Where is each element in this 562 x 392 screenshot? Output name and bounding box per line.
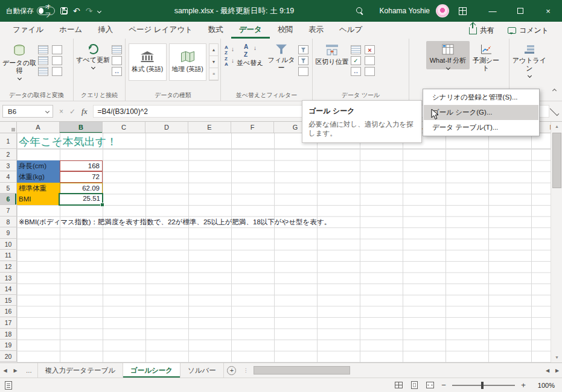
row-header-14[interactable]: 14 [0, 283, 17, 295]
zoom-in-button[interactable]: + [520, 381, 527, 390]
avatar[interactable] [436, 4, 449, 17]
edit-links-icon[interactable] [112, 67, 122, 76]
scroll-left-icon[interactable]: ◀ [543, 363, 552, 378]
view-page-layout-button[interactable] [409, 381, 420, 390]
vertical-scroll-thumb[interactable] [552, 133, 561, 188]
view-normal-button[interactable] [393, 381, 404, 390]
column-header-E[interactable]: E [188, 122, 231, 133]
add-sheet-button[interactable]: + [224, 363, 240, 378]
cell-a8[interactable]: ※BMI(ボディマス指数)：肥満度を表す指数で、22が標準、25以上が肥満、18… [19, 217, 331, 228]
row-header-8[interactable]: 8 [0, 217, 17, 228]
row-header-4[interactable]: 4 [0, 171, 17, 183]
row-header-10[interactable]: 10 [0, 239, 17, 250]
autosave-switch-icon[interactable]: オフ [37, 7, 55, 15]
get-data-button[interactable]: データの取得 [2, 41, 37, 80]
outline-button[interactable]: アウトライン [511, 41, 548, 77]
column-header-C[interactable]: C [103, 122, 145, 133]
ribbon-tab-2[interactable]: ホーム [51, 22, 90, 39]
sort-button[interactable]: ↓ 並べ替え [234, 41, 266, 67]
minimize-button[interactable]: — [479, 0, 506, 22]
row-header-16[interactable]: 16 [0, 306, 17, 317]
manage-data-model-icon[interactable] [365, 67, 375, 76]
cell-a6[interactable]: BMI [17, 194, 60, 205]
forecast-sheet-button[interactable]: 予測シート [470, 41, 502, 72]
formula-bar-expand-chevron-icon[interactable] [550, 107, 560, 116]
existing-connections-icon[interactable] [38, 67, 48, 76]
zoom-slider-thumb[interactable] [481, 382, 484, 389]
row-header-12[interactable]: 12 [0, 261, 17, 273]
cell-a4[interactable]: 体重(kg) [17, 171, 60, 183]
zoom-out-button[interactable]: − [440, 381, 447, 390]
column-header-D[interactable]: D [145, 122, 188, 133]
search-icon[interactable] [356, 7, 364, 15]
cell-a5[interactable]: 標準体重 [17, 183, 60, 194]
select-all-corner[interactable] [0, 122, 17, 133]
ribbon-tab-5[interactable]: 数式 [200, 22, 231, 39]
maximize-button[interactable] [506, 0, 534, 22]
relationships-icon[interactable] [351, 67, 361, 76]
row-header-20[interactable]: 20 [0, 351, 17, 362]
flash-fill-icon[interactable] [351, 45, 361, 54]
status-page-icon[interactable] [5, 381, 12, 390]
scroll-right-icon[interactable]: ▶ [552, 363, 562, 378]
row-header-5[interactable]: 5 [0, 183, 17, 194]
column-header-A[interactable]: A [17, 122, 60, 133]
undo-icon[interactable]: ↶ [73, 0, 80, 22]
from-table-range-icon[interactable] [38, 56, 48, 65]
sheet-tab-3[interactable]: ソルバー [180, 363, 224, 378]
comments-button[interactable]: コメント [503, 24, 554, 37]
row-header-18[interactable]: 18 [0, 329, 17, 340]
recent-sources-icon[interactable] [52, 56, 62, 65]
column-header-B[interactable]: B [60, 122, 103, 133]
from-picture-icon[interactable] [52, 67, 62, 76]
cell-b6[interactable]: 25.51 [60, 194, 103, 205]
gallery-down-icon[interactable]: ▼ [209, 56, 218, 68]
horizontal-scroll-thumb[interactable] [254, 366, 350, 375]
properties-icon[interactable] [112, 56, 122, 65]
name-box[interactable]: B6 [2, 105, 53, 118]
ribbon-tab-4[interactable]: ページ レイアウト [121, 22, 200, 39]
row-header-1[interactable]: 1 [0, 133, 17, 149]
cancel-icon[interactable]: × [59, 107, 63, 116]
row-header-9[interactable]: 9 [0, 227, 17, 239]
text-to-columns-button[interactable]: 区切り位置 [315, 41, 350, 66]
refresh-all-button[interactable]: すべて更新 [75, 41, 110, 69]
row-header-2[interactable]: 2 [0, 149, 17, 160]
collapse-ribbon-chevron-icon[interactable] [552, 89, 557, 93]
sheet-nav-right-icon[interactable]: ▶ [10, 363, 21, 378]
sheet-tab-2[interactable]: ゴールシーク [123, 363, 180, 378]
vertical-scrollbar[interactable]: ▲ ▼ [551, 122, 562, 362]
column-header-F[interactable]: F [231, 122, 274, 133]
ribbon-tab-9[interactable]: ヘルプ [331, 22, 370, 39]
whatif-menu-item-3[interactable]: データ テーブル(T)... [424, 120, 538, 135]
qat-more-chevron-icon[interactable] [97, 8, 101, 13]
cell-a1[interactable]: 今年こそ本気出す！ [19, 134, 117, 149]
row-header-7[interactable]: 7 [0, 205, 17, 217]
horizontal-scrollbar[interactable] [251, 365, 541, 375]
scroll-down-icon[interactable]: ▼ [551, 353, 562, 362]
queries-connections-icon[interactable] [112, 45, 122, 54]
from-web-icon[interactable] [52, 45, 62, 54]
advanced-filter-icon[interactable] [298, 67, 308, 76]
filter-button[interactable]: フィルター [266, 41, 297, 72]
worksheet-cells[interactable]: 今年こそ本気出す！ 身長(cm) 体重(kg) 標準体重 BMI 168 72 … [17, 133, 551, 362]
ribbon-tab-6[interactable]: データ [231, 22, 270, 39]
sort-ascending-icon[interactable]: ↓ [224, 45, 234, 55]
whatif-menu-item-1[interactable]: シナリオの登録と管理(S)... [424, 90, 538, 105]
zoom-level[interactable]: 100% [532, 382, 555, 389]
view-page-break-button[interactable] [424, 381, 435, 390]
reapply-filter-icon[interactable] [298, 56, 308, 65]
cell-b3[interactable]: 168 [60, 160, 103, 172]
tab-scrollbar-divider[interactable]: ⋮ [244, 363, 247, 378]
what-if-analysis-button[interactable]: What-If 分析 [426, 41, 470, 69]
data-validation-icon[interactable] [351, 56, 361, 65]
gallery-up-icon[interactable]: ▲ [209, 44, 218, 56]
insert-function-icon[interactable]: fx [81, 107, 87, 116]
ribbon-tab-7[interactable]: 校閲 [270, 22, 301, 39]
ribbon-tab-3[interactable]: 挿入 [90, 22, 121, 39]
clear-filter-icon[interactable] [298, 45, 308, 54]
row-header-17[interactable]: 17 [0, 317, 17, 329]
row-header-19[interactable]: 19 [0, 340, 17, 351]
cell-b4[interactable]: 72 [60, 171, 103, 183]
share-button[interactable]: 共有 [464, 24, 499, 37]
